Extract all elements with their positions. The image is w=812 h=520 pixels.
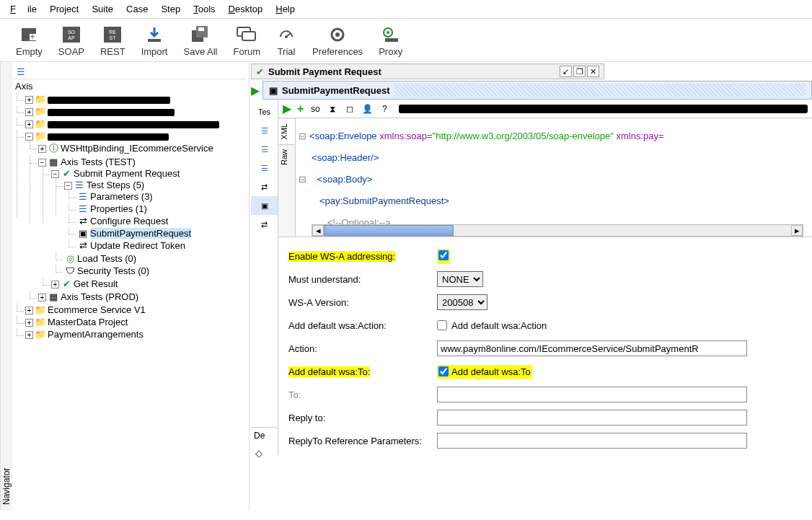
input-action[interactable] [437, 340, 747, 356]
checkbox-add-action[interactable] [437, 320, 447, 330]
request-tab[interactable]: ▣ SubmitPaymentRequest [262, 81, 812, 100]
tree-step-configure[interactable]: Configure Request [90, 216, 168, 226]
tree-suite[interactable]: Axis Tests (TEST) [61, 157, 136, 167]
collapse-toggle[interactable]: − [51, 170, 59, 178]
menu-tools[interactable]: Tools [187, 1, 221, 17]
tree-testcase[interactable]: Submit Payment Request [74, 168, 180, 179]
tree-step-submitpayment[interactable]: SubmitPaymentRequest [90, 228, 191, 239]
strip-item[interactable]: ☰ [251, 140, 278, 159]
menu-help[interactable]: Help [270, 1, 301, 17]
expand-toggle[interactable]: + [51, 281, 59, 288]
expand-toggle[interactable]: + [25, 120, 33, 128]
security-icon: 🛡 [64, 265, 76, 276]
tree-binding[interactable]: WSHttpBinding_IEcommerceService [61, 143, 213, 154]
tree-project-ecommerce[interactable]: Ecommerce Service V1 [48, 304, 146, 315]
gear-icon [327, 26, 348, 43]
loadtest-icon: ◎ [64, 253, 76, 264]
add-button[interactable]: + [297, 102, 304, 115]
bottom-tab[interactable]: De [251, 427, 277, 444]
soap-icon[interactable]: so [309, 103, 321, 115]
maximize-button[interactable]: ❐ [573, 66, 586, 77]
tree-loadtests[interactable]: Load Tests (0) [77, 253, 136, 264]
menu-case[interactable]: Case [120, 1, 154, 17]
tree-teststeps[interactable]: Test Steps (5) [87, 180, 144, 190]
label-replyref: ReplyTo Reference Parameters: [288, 436, 433, 446]
run-request-button[interactable]: ▶ [283, 102, 291, 115]
strip-item-selected[interactable]: ▣ [251, 196, 278, 215]
tree-project-paymentarr[interactable]: PaymentArrangements [48, 329, 144, 340]
strip-item[interactable]: ⇄ [251, 177, 278, 196]
close-button[interactable]: ✕ [587, 66, 599, 77]
checkbox-enable-wsa[interactable] [438, 250, 449, 260]
check-icon: ✔ [61, 168, 72, 179]
help-icon[interactable]: ? [379, 103, 390, 115]
collapse-toggle[interactable]: − [25, 133, 33, 141]
user-icon[interactable]: 👤 [361, 103, 373, 115]
menu-step[interactable]: Step [155, 1, 186, 17]
tree-suite-prod[interactable]: Axis Tests (PROD) [61, 291, 138, 302]
tool-trial[interactable]: Trial [276, 26, 296, 57]
tool-soap[interactable]: SOAPSOAP [58, 26, 84, 57]
testcase-steps-strip: Tes ☰ ☰ ☰ ⇄ ▣ ⇄ [251, 100, 278, 455]
tree-project-masterdata[interactable]: MasterData Project [48, 317, 128, 327]
checkbox-add-to[interactable] [438, 366, 449, 376]
request-toolbar: ▶ + so ⧗ ◻ 👤 ? [278, 100, 812, 118]
tree-securitytests[interactable]: Security Tests (0) [77, 265, 149, 276]
tree-step-update[interactable]: Update Redirect Token [90, 240, 185, 251]
tab-icon[interactable]: ◻ [344, 103, 356, 115]
save-all-icon [190, 26, 211, 43]
xml-tab[interactable]: XML [278, 118, 295, 144]
input-replyref[interactable] [437, 433, 747, 449]
request-title: SubmitPaymentRequest [282, 85, 390, 96]
tree-getresult[interactable]: Get Result [74, 278, 118, 289]
expand-toggle[interactable]: + [25, 319, 33, 327]
redacted-text [48, 97, 170, 104]
tool-import[interactable]: Import [141, 26, 168, 57]
tool-preferences[interactable]: Preferences [312, 26, 363, 57]
strip-item[interactable]: Tes [251, 102, 278, 121]
menu-file[interactable]: File [4, 1, 43, 17]
menu-desktop[interactable]: Desktop [223, 1, 269, 17]
collapse-toggle[interactable]: − [64, 182, 72, 190]
raw-tab[interactable]: Raw [278, 144, 295, 169]
menu-suite[interactable]: Suite [86, 1, 119, 17]
menu-project[interactable]: Project [44, 1, 84, 17]
expand-toggle[interactable]: + [25, 307, 33, 314]
strip-item[interactable]: ☰ [251, 121, 278, 140]
input-replyto[interactable] [437, 410, 747, 426]
expand-toggle[interactable]: + [25, 108, 33, 116]
navigator-tab[interactable]: Navigator [0, 62, 12, 511]
tool-empty[interactable]: +Empty [16, 26, 43, 57]
tool-forum[interactable]: Forum [233, 26, 260, 57]
select-wsa-version[interactable]: 200508 [437, 294, 487, 310]
label-add-action: Add default wsa:Action: [288, 320, 433, 331]
minimize-button[interactable]: ↙ [560, 66, 572, 77]
expand-toggle[interactable]: + [25, 331, 33, 339]
tool-proxy[interactable]: Proxy [379, 26, 402, 57]
strip-item[interactable]: ⇄ [251, 215, 278, 234]
expand-toggle[interactable]: + [25, 96, 33, 104]
horizontal-scrollbar[interactable]: ◂▸ [312, 224, 803, 237]
testcase-tab: ✔ Submit Payment Request ↙ ❐ ✕ [251, 63, 604, 79]
expand-toggle[interactable]: + [38, 294, 46, 301]
tool-saveall[interactable]: Save All [183, 26, 217, 57]
run-testcase-button[interactable]: ▶ [251, 84, 260, 97]
eraser-icon[interactable]: ◇ [251, 444, 277, 463]
strip-item[interactable]: ☰ [251, 159, 278, 177]
steps-icon: ☰ [74, 180, 85, 190]
checklabel-add-to: Add default wsa:To [451, 366, 531, 377]
check-icon: ✔ [256, 66, 264, 77]
label-action: Action: [288, 343, 433, 354]
expand-toggle[interactable]: + [38, 145, 46, 153]
tree-step-parameters[interactable]: Parameters (3) [90, 191, 153, 202]
clock-icon[interactable]: ⧗ [327, 103, 338, 115]
collapse-toggle[interactable]: − [38, 159, 46, 167]
input-to[interactable] [437, 387, 747, 402]
label-replyto: Reply to: [288, 413, 433, 423]
project-tree[interactable]: +📁 +📁 +📁 −📁 +ⒾWSHttpBinding_IEcommerceSe… [12, 93, 246, 340]
tree-step-properties[interactable]: Properties (1) [90, 203, 147, 214]
select-must-understand[interactable]: NONE [437, 271, 483, 287]
endpoint-url-redacted[interactable] [399, 105, 808, 113]
tool-rest[interactable]: RESTREST [100, 26, 125, 57]
xml-editor[interactable]: ⊟<soap:Envelope xmlns:soap="http://www.w… [296, 118, 812, 237]
